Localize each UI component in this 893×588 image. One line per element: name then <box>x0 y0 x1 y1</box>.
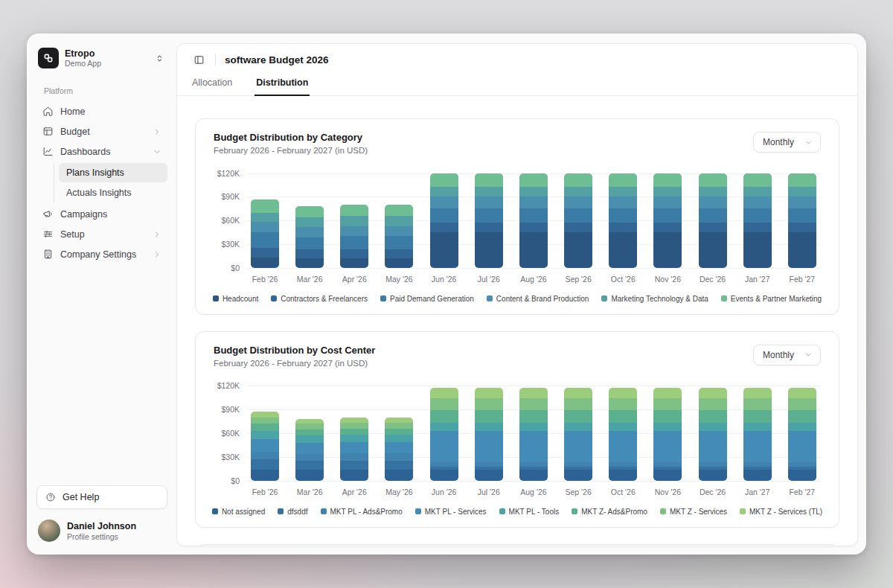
bar-segment[interactable] <box>564 410 592 423</box>
bar-segment[interactable] <box>385 249 413 258</box>
bar-segment[interactable] <box>340 461 368 470</box>
bar-segment[interactable] <box>699 410 727 423</box>
profile-settings[interactable]: Daniel Johnson Profile settings <box>36 518 167 543</box>
stacked-bar[interactable] <box>475 388 503 481</box>
bar-segment[interactable] <box>743 410 772 423</box>
bar-segment[interactable] <box>340 226 368 237</box>
bar-segment[interactable] <box>788 423 816 431</box>
bar-segment[interactable] <box>788 398 816 410</box>
stacked-bar[interactable] <box>699 388 727 481</box>
bar-segment[interactable] <box>699 470 727 481</box>
bar-segment[interactable] <box>743 388 772 399</box>
bar-segment[interactable] <box>699 173 727 187</box>
bar-segment[interactable] <box>699 431 727 462</box>
bar-segment[interactable] <box>788 187 816 197</box>
stacked-bar[interactable] <box>653 173 682 268</box>
bar-segment[interactable] <box>385 226 413 237</box>
bar-segment[interactable] <box>251 222 279 232</box>
bar-segment[interactable] <box>385 470 413 481</box>
bar-segment[interactable] <box>295 217 324 227</box>
bar-segment[interactable] <box>251 418 279 424</box>
bar-segment[interactable] <box>340 442 368 453</box>
get-help-button[interactable]: Get Help <box>36 485 167 509</box>
bar-segment[interactable] <box>609 223 637 232</box>
bar-segment[interactable] <box>295 258 324 268</box>
legend-item[interactable]: Not assigned <box>212 508 265 516</box>
legend-item[interactable]: Content & Brand Production <box>487 295 589 303</box>
bar-segment[interactable] <box>340 216 368 226</box>
sidebar-toggle-button[interactable] <box>192 53 206 67</box>
stacked-bar[interactable] <box>609 173 637 268</box>
stacked-bar[interactable] <box>251 412 279 480</box>
bar-segment[interactable] <box>519 470 548 481</box>
bar-segment[interactable] <box>251 412 279 417</box>
bar-segment[interactable] <box>653 470 682 481</box>
legend-item[interactable]: MKT Z- Ads&Promo <box>572 508 647 516</box>
bar-segment[interactable] <box>743 208 772 223</box>
bar-segment[interactable] <box>519 187 548 197</box>
bar-segment[interactable] <box>609 398 637 410</box>
legend-item[interactable]: dfsddf <box>278 508 307 516</box>
bar-segment[interactable] <box>475 431 503 462</box>
bar-segment[interactable] <box>609 196 637 208</box>
bar-segment[interactable] <box>609 470 637 481</box>
stacked-bar[interactable] <box>564 173 592 268</box>
bar-segment[interactable] <box>699 232 727 268</box>
tab-distribution[interactable]: Distribution <box>255 76 310 96</box>
bar-segment[interactable] <box>519 208 548 223</box>
bar-segment[interactable] <box>653 208 682 223</box>
bar-segment[interactable] <box>251 439 279 452</box>
bar-segment[interactable] <box>653 410 682 423</box>
bar-segment[interactable] <box>385 418 413 423</box>
bar-segment[interactable] <box>430 431 458 462</box>
stacked-bar[interactable] <box>609 388 637 481</box>
stacked-bar[interactable] <box>385 205 413 268</box>
bar-segment[interactable] <box>251 424 279 431</box>
period-select[interactable]: Monthly <box>753 132 821 153</box>
bar-segment[interactable] <box>340 435 368 442</box>
stacked-bar[interactable] <box>788 173 816 268</box>
stacked-bar[interactable] <box>653 388 682 481</box>
bar-segment[interactable] <box>743 232 772 268</box>
bar-segment[interactable] <box>430 388 458 399</box>
bar-segment[interactable] <box>653 398 682 410</box>
bar-segment[interactable] <box>251 232 279 248</box>
stacked-bar[interactable] <box>385 418 413 481</box>
bar-segment[interactable] <box>385 453 413 461</box>
legend-item[interactable]: MKT PL - Tools <box>499 508 560 516</box>
bar-segment[interactable] <box>340 423 368 428</box>
bar-segment[interactable] <box>430 410 458 423</box>
bar-segment[interactable] <box>653 423 682 431</box>
bar-segment[interactable] <box>475 388 503 399</box>
bar-segment[interactable] <box>519 223 548 232</box>
sidebar-item-plans-insights[interactable]: Plans Insights <box>59 163 167 182</box>
bar-segment[interactable] <box>430 173 458 187</box>
legend-item[interactable]: Contractors & Freelancers <box>271 295 368 303</box>
stacked-bar[interactable] <box>699 173 727 268</box>
org-switcher[interactable]: Etropo Demo App <box>36 46 167 70</box>
bar-segment[interactable] <box>430 398 458 410</box>
bar-segment[interactable] <box>609 423 637 431</box>
bar-segment[interactable] <box>430 196 458 208</box>
bar-segment[interactable] <box>519 423 548 431</box>
bar-segment[interactable] <box>430 470 458 481</box>
bar-segment[interactable] <box>430 208 458 223</box>
bar-segment[interactable] <box>475 196 503 208</box>
bar-segment[interactable] <box>475 187 503 197</box>
bar-segment[interactable] <box>385 442 413 453</box>
bar-segment[interactable] <box>519 398 548 410</box>
sidebar-item-budget[interactable]: Budget <box>36 121 167 141</box>
bar-segment[interactable] <box>653 388 682 399</box>
legend-item[interactable]: MKT Z - Services <box>660 508 727 516</box>
bar-segment[interactable] <box>251 258 279 268</box>
stacked-bar[interactable] <box>519 388 548 481</box>
bar-segment[interactable] <box>385 258 413 268</box>
bar-segment[interactable] <box>251 199 279 213</box>
stacked-bar[interactable] <box>475 173 503 268</box>
bar-segment[interactable] <box>295 249 324 258</box>
bar-segment[interactable] <box>295 461 324 470</box>
bar-segment[interactable] <box>788 208 816 223</box>
stacked-bar[interactable] <box>340 418 368 481</box>
bar-segment[interactable] <box>475 173 503 187</box>
legend-item[interactable]: Marketing Technology & Data <box>601 295 708 303</box>
